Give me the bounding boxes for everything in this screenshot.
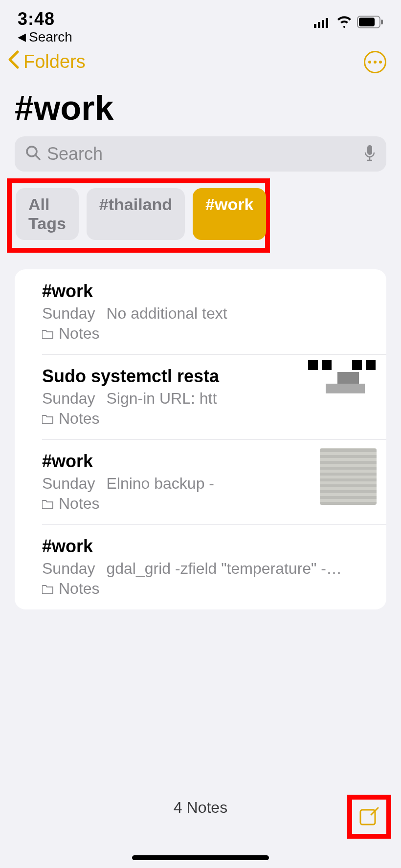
svg-line-8 (36, 155, 40, 159)
microphone-icon[interactable] (364, 145, 376, 163)
note-date: Sunday (42, 304, 95, 322)
note-folder: Notes (42, 580, 375, 598)
tag-chip-all-tags[interactable]: All Tags (16, 188, 79, 240)
note-row[interactable]: #work Sunday gdal_grid -zfield "temperat… (15, 524, 386, 609)
home-indicator[interactable] (132, 855, 269, 860)
search-input[interactable] (47, 144, 364, 164)
compose-note-button[interactable] (355, 803, 383, 831)
folder-icon (42, 495, 54, 513)
folder-icon (42, 410, 54, 428)
battery-icon (357, 16, 383, 30)
svg-rect-0 (314, 24, 316, 28)
folders-label: Folders (23, 51, 86, 72)
tags-highlight-box: All Tags #thailand #work (7, 178, 270, 253)
svg-rect-9 (367, 145, 372, 155)
tags-row: All Tags #thailand #work (16, 188, 261, 240)
folder-icon (42, 325, 54, 343)
note-folder: Notes (42, 410, 375, 428)
note-thumbnail (308, 360, 377, 399)
notes-count-label: 4 Notes (0, 785, 401, 817)
note-folder-label: Notes (59, 580, 100, 598)
note-preview: Elnino backup - (106, 475, 214, 492)
note-folder-label: Notes (59, 325, 100, 343)
svg-rect-5 (359, 18, 375, 26)
note-thumbnail (320, 448, 377, 505)
search-field[interactable] (15, 136, 386, 172)
breadcrumb-back[interactable]: ◀ Search (18, 29, 72, 45)
breadcrumb-label: Search (29, 29, 72, 45)
compose-icon (357, 805, 381, 828)
note-subtitle: Sunday gdal_grid -zfield "temperature" -… (42, 560, 375, 578)
status-time: 3:48 (18, 9, 72, 29)
svg-rect-6 (381, 20, 383, 24)
note-preview: Sign-in URL: htt (106, 390, 217, 407)
tag-chip-thailand[interactable]: #thailand (87, 188, 185, 240)
folder-icon (42, 580, 54, 598)
note-preview: No additional text (106, 304, 227, 322)
note-subtitle: Sunday No additional text (42, 304, 375, 323)
note-preview: gdal_grid -zfield "temperature" -… (106, 560, 342, 577)
note-row[interactable]: #work Sunday Elnino backup - Notes (15, 439, 386, 524)
wifi-icon (336, 16, 352, 30)
note-date: Sunday (42, 475, 95, 492)
folders-back-button[interactable]: Folders (7, 50, 86, 74)
status-bar: 3:48 ◀ Search (0, 0, 401, 45)
chevron-left-icon (7, 50, 21, 74)
svg-rect-2 (322, 20, 324, 28)
status-icons (314, 9, 383, 30)
compose-highlight-box (347, 795, 391, 839)
page-title: #work (0, 74, 401, 136)
note-row[interactable]: Sudo systemctl resta Sunday Sign-in URL:… (15, 354, 386, 439)
nav-row: Folders (0, 45, 401, 74)
note-title: #work (42, 281, 375, 302)
back-triangle-icon: ◀ (18, 31, 26, 43)
search-icon (25, 145, 41, 163)
ellipsis-icon (368, 61, 382, 64)
bottom-toolbar: 4 Notes (0, 785, 401, 868)
note-folder: Notes (42, 325, 375, 343)
more-options-button[interactable] (364, 51, 386, 73)
note-date: Sunday (42, 560, 95, 577)
note-title: #work (42, 536, 375, 557)
svg-rect-1 (318, 22, 320, 28)
note-date: Sunday (42, 390, 95, 407)
notes-list: #work Sunday No additional text Notes Su… (15, 269, 386, 609)
note-folder-label: Notes (59, 410, 100, 428)
cellular-icon (314, 16, 332, 30)
note-folder-label: Notes (59, 495, 100, 513)
note-row[interactable]: #work Sunday No additional text Notes (15, 269, 386, 354)
tag-chip-work[interactable]: #work (193, 188, 266, 240)
svg-rect-3 (326, 18, 328, 28)
